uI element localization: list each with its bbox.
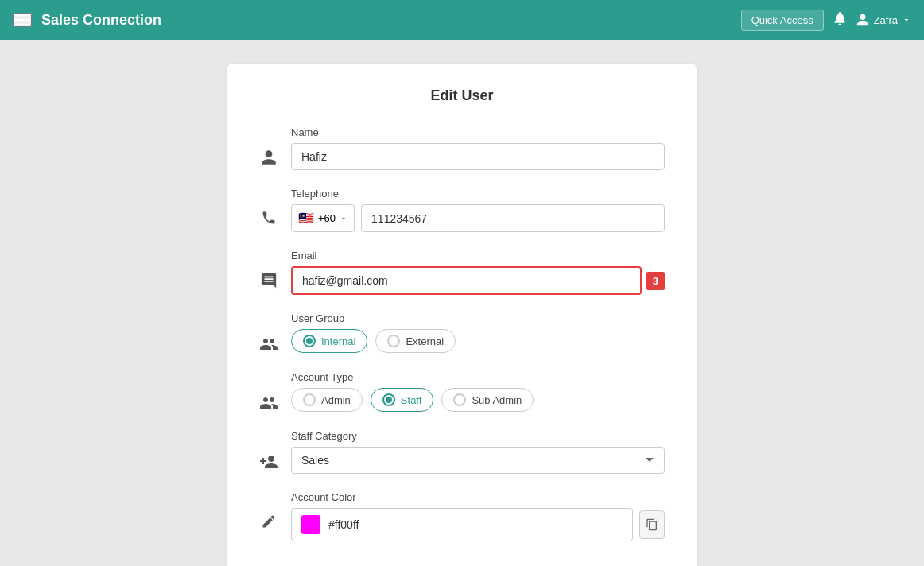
account-type-subadmin-option[interactable]: Sub Admin	[441, 388, 534, 412]
header-left: Sales Connection	[13, 12, 161, 29]
account-type-field-content: Account Type Admin Staff Sub Admin	[291, 371, 665, 412]
account-type-admin-option[interactable]: Admin	[291, 388, 363, 412]
email-badge: 3	[646, 272, 665, 290]
notification-button[interactable]	[832, 10, 848, 30]
quick-access-button[interactable]: Quick Access	[741, 10, 824, 31]
edit-user-form-card: Edit User Name Telephone	[227, 64, 697, 566]
user-group-external-option[interactable]: External	[375, 329, 456, 353]
user-group-row: User Group Internal External	[259, 312, 665, 354]
account-type-label: Account Type	[291, 371, 665, 383]
phone-icon	[259, 210, 278, 226]
name-label: Name	[291, 126, 665, 138]
add-person-icon	[259, 452, 278, 471]
subadmin-radio-circle	[453, 393, 466, 406]
user-group-internal-option[interactable]: Internal	[291, 329, 367, 353]
email-wrapper: 3	[291, 266, 665, 295]
country-code: +60	[318, 212, 336, 224]
person-icon	[259, 149, 278, 166]
internal-label: Internal	[321, 335, 355, 347]
account-type-icon	[259, 393, 278, 413]
telephone-label: Telephone	[291, 188, 665, 200]
telephone-row: Telephone 🇲🇾 +60	[259, 188, 665, 232]
name-field-content: Name	[291, 126, 665, 170]
user-group-radio-group: Internal External	[291, 329, 665, 353]
external-radio-circle	[387, 335, 400, 347]
copy-icon	[646, 518, 658, 531]
telephone-field-content: Telephone 🇲🇾 +60	[291, 188, 665, 232]
staff-category-row: Staff Category Sales Marketing Support	[259, 430, 665, 474]
color-row: #ff00ff	[291, 508, 665, 541]
user-menu-button[interactable]: Zafra	[856, 13, 911, 27]
email-field-content: Email 3	[291, 250, 665, 295]
admin-label: Admin	[321, 394, 351, 406]
app-title: Sales Connection	[41, 12, 161, 29]
color-swatch[interactable]	[301, 515, 320, 534]
external-label: External	[406, 335, 444, 347]
email-input[interactable]	[291, 266, 642, 295]
user-name: Zafra	[874, 14, 898, 26]
pen-icon	[259, 514, 278, 529]
email-label: Email	[291, 250, 665, 262]
country-code-select[interactable]: 🇲🇾 +60	[291, 204, 355, 232]
header-right: Quick Access Zafra	[741, 10, 911, 31]
group-icon	[259, 335, 278, 354]
name-row: Name	[259, 126, 665, 170]
email-row: Email 3	[259, 250, 665, 295]
account-color-field-content: Account Color #ff00ff	[291, 491, 665, 541]
staff-radio-circle	[382, 393, 395, 406]
staff-label: Staff	[401, 394, 422, 406]
form-title: Edit User	[259, 87, 665, 104]
app-header: Sales Connection Quick Access Zafra	[0, 0, 924, 40]
name-input[interactable]	[291, 143, 665, 170]
account-color-row: Account Color #ff00ff	[259, 491, 665, 541]
bell-icon	[832, 10, 848, 26]
account-type-staff-option[interactable]: Staff	[371, 388, 434, 412]
user-group-field-content: User Group Internal External	[291, 312, 665, 353]
chevron-down-icon	[902, 15, 911, 25]
malaysia-flag: 🇲🇾	[298, 211, 314, 226]
page-body: Edit User Name Telephone	[0, 40, 924, 566]
phone-number-input[interactable]	[361, 204, 665, 232]
account-color-label: Account Color	[291, 491, 665, 503]
subadmin-label: Sub Admin	[472, 394, 522, 406]
staff-category-field-content: Staff Category Sales Marketing Support	[291, 430, 665, 474]
admin-radio-circle	[303, 393, 316, 406]
account-type-row: Account Type Admin Staff Sub Admin	[259, 371, 665, 413]
staff-category-select[interactable]: Sales Marketing Support	[291, 447, 665, 474]
chevron-down-icon	[340, 215, 347, 223]
message-icon	[259, 272, 278, 289]
staff-category-label: Staff Category	[291, 430, 665, 442]
color-hex-value: #ff00ff	[328, 518, 359, 531]
user-icon	[856, 13, 870, 27]
account-type-radio-group: Admin Staff Sub Admin	[291, 388, 665, 412]
menu-button[interactable]	[13, 13, 32, 27]
user-group-label: User Group	[291, 312, 665, 324]
copy-color-button[interactable]	[639, 510, 665, 539]
color-input-wrapper: #ff00ff	[291, 508, 633, 541]
internal-radio-circle	[303, 335, 316, 347]
phone-row: 🇲🇾 +60	[291, 204, 665, 232]
